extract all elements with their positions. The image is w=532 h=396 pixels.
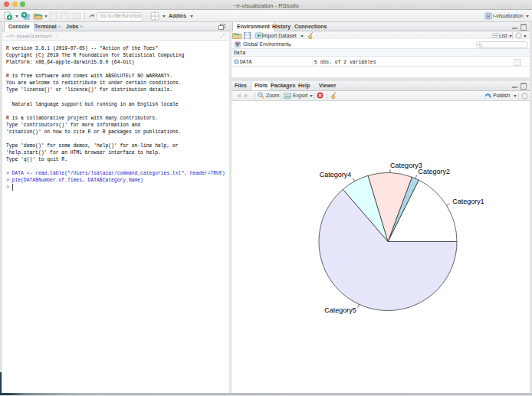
svg-text:Category4: Category4 bbox=[320, 171, 352, 178]
svg-text:R: R bbox=[486, 13, 490, 18]
svg-text:Category5: Category5 bbox=[324, 306, 356, 313]
svg-text:Category1: Category1 bbox=[452, 197, 484, 205]
svg-text:Category2: Category2 bbox=[418, 168, 450, 175]
svg-text:Category3: Category3 bbox=[390, 162, 422, 169]
